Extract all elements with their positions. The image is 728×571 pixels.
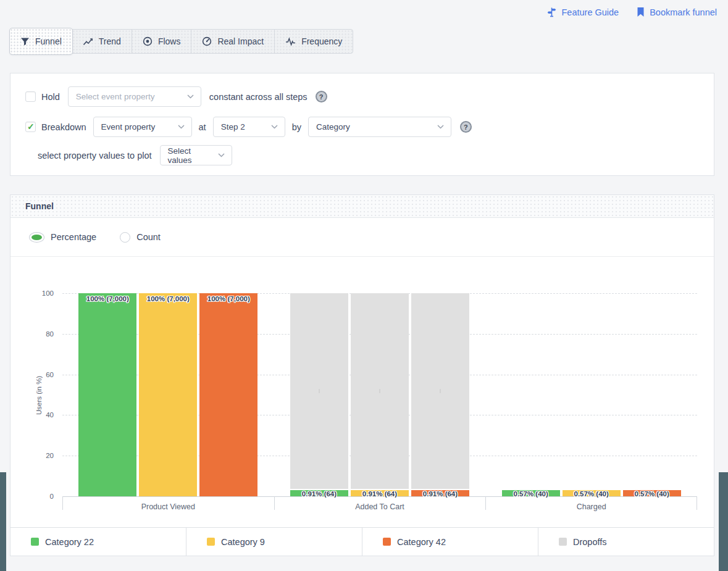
funnel-chart-panel: Funnel Percentage Count Users (in %) 020…: [10, 194, 714, 556]
legend-item[interactable]: Category 9: [186, 528, 362, 556]
feature-guide-label: Feature Guide: [561, 7, 619, 17]
y-axis-tick-label: 80: [46, 330, 54, 338]
bar-value-label: 0.57% (40): [563, 490, 621, 498]
chevron-down-icon: [271, 125, 278, 129]
tab-flows[interactable]: Flows: [132, 30, 192, 53]
bookmark-funnel-link[interactable]: Bookmark funnel: [636, 7, 717, 17]
y-axis-tick-label: 20: [46, 452, 54, 459]
bar-value-label: 0.57% (40): [623, 490, 681, 498]
hold-property-select[interactable]: Select event property: [68, 86, 201, 107]
hold-checkbox[interactable]: [25, 91, 36, 102]
bar-value-label: 100% (7,000): [139, 295, 197, 302]
legend-swatch-icon: [31, 538, 39, 546]
hold-label: Hold: [41, 92, 60, 102]
tab-trend[interactable]: Trend: [72, 30, 132, 53]
funnel-bar: 0.57% (40): [502, 293, 560, 496]
flows-icon: [143, 36, 153, 46]
breakdown-step-value: Step 2: [221, 122, 245, 131]
dropoff-segment: [290, 293, 348, 489]
bar-value-label: 0.91% (64): [411, 490, 469, 498]
bar-group: 0.57% (40)0.57% (40)0.57% (40): [485, 293, 697, 496]
legend-label: Dropoffs: [573, 537, 607, 547]
hold-row: Hold Select event property constant acro…: [25, 86, 699, 107]
panel-title: Funnel: [25, 201, 54, 211]
funnel-bar: 100% (7,000): [139, 293, 197, 496]
breakdown-property-select[interactable]: Event property: [93, 117, 192, 137]
tab-frequency[interactable]: Frequency: [275, 30, 353, 53]
panel-header: Funnel: [10, 195, 714, 218]
x-axis-category-label: Charged: [485, 502, 697, 511]
dropoff-segment: [351, 293, 409, 489]
help-icon[interactable]: ?: [316, 91, 327, 102]
funnel-bar: 0.91% (64): [411, 293, 469, 496]
radio-dot: [29, 232, 44, 243]
bar-segment: [139, 293, 197, 496]
hold-property-placeholder: Select event property: [76, 92, 155, 101]
tab-label: Real Impact: [217, 36, 264, 46]
plot-values-select[interactable]: Select values: [160, 145, 232, 165]
funnel-bar-chart: Users (in %) 020406080100100% (7,000)100…: [10, 257, 714, 528]
radio-dot: [120, 232, 130, 243]
breakdown-checkbox[interactable]: [25, 122, 36, 132]
funnel-bar: 0.91% (64): [351, 293, 409, 496]
funnel-icon: [20, 37, 30, 46]
bar-group: 100% (7,000)100% (7,000)100% (7,000): [62, 293, 274, 496]
plot-values-value: Select values: [168, 146, 213, 165]
bar-value-label: 0.91% (64): [290, 490, 348, 498]
percentage-label: Percentage: [51, 232, 96, 242]
x-axis-category-label: Added To Cart: [274, 502, 486, 511]
plot-area: 020406080100100% (7,000)100% (7,000)100%…: [62, 293, 697, 497]
breakdown-dimension-value: Category: [316, 122, 350, 131]
breakdown-row: Breakdown Event property at Step 2 by Ca…: [25, 117, 699, 137]
y-axis-tick-label: 40: [46, 411, 54, 419]
display-mode-row: Percentage Count: [10, 218, 714, 257]
count-radio[interactable]: Count: [120, 232, 161, 243]
tab-funnel[interactable]: Funnel: [10, 28, 72, 54]
pulse-icon: [285, 37, 296, 46]
legend-item[interactable]: Category 42: [362, 528, 538, 556]
x-axis-tick: [274, 496, 275, 510]
funnel-controls-panel: Hold Select event property constant acro…: [10, 73, 714, 176]
breakdown-dimension-select[interactable]: Category: [308, 117, 451, 137]
background-edge-right: [719, 472, 728, 571]
by-label: by: [292, 122, 301, 132]
hold-suffix-label: constant across all steps: [209, 92, 308, 102]
background-edge-left: [0, 472, 6, 571]
breakdown-step-select[interactable]: Step 2: [213, 117, 285, 137]
breakdown-property-value: Event property: [101, 122, 156, 131]
plot-values-row: select property values to plot Select va…: [25, 145, 699, 165]
y-axis-tick-label: 60: [46, 371, 54, 378]
x-axis-tick: [697, 496, 697, 510]
bar-value-label: 100% (7,000): [199, 295, 257, 302]
chevron-down-icon: [187, 94, 194, 99]
chevron-down-icon: [178, 125, 185, 129]
funnel-bar: 100% (7,000): [78, 293, 136, 496]
tab-label: Frequency: [301, 36, 342, 46]
legend-item[interactable]: Dropoffs: [538, 528, 714, 556]
signpost-icon: [546, 7, 557, 17]
x-axis-tick: [62, 496, 63, 510]
bar-value-label: 0.57% (40): [502, 490, 560, 498]
view-tabs: Funnel Trend Flows Real Impact: [10, 29, 353, 54]
top-links: Feature Guide Bookmark funnel: [546, 7, 717, 17]
legend-swatch-icon: [207, 538, 215, 546]
dropoff-segment: [411, 293, 469, 489]
feature-guide-link[interactable]: Feature Guide: [546, 7, 619, 17]
legend-item[interactable]: Category 22: [10, 528, 186, 556]
x-axis-category-label: Product Viewed: [62, 502, 274, 511]
legend-label: Category 42: [397, 537, 446, 547]
trend-icon: [83, 37, 93, 46]
bar-segment: [199, 293, 257, 496]
breakdown-label: Breakdown: [41, 122, 86, 132]
percentage-radio[interactable]: Percentage: [29, 232, 96, 243]
plot-values-label: select property values to plot: [38, 151, 152, 160]
help-icon[interactable]: ?: [460, 121, 472, 133]
bar-segment: [78, 293, 136, 496]
bookmark-icon: [636, 7, 645, 17]
funnel-bar: 0.57% (40): [623, 293, 681, 496]
tab-label: Trend: [99, 36, 121, 46]
tab-real-impact[interactable]: Real Impact: [191, 30, 275, 53]
x-axis-tick: [485, 496, 486, 510]
bookmark-funnel-label: Bookmark funnel: [650, 7, 717, 17]
bar-value-label: 100% (7,000): [78, 295, 136, 302]
